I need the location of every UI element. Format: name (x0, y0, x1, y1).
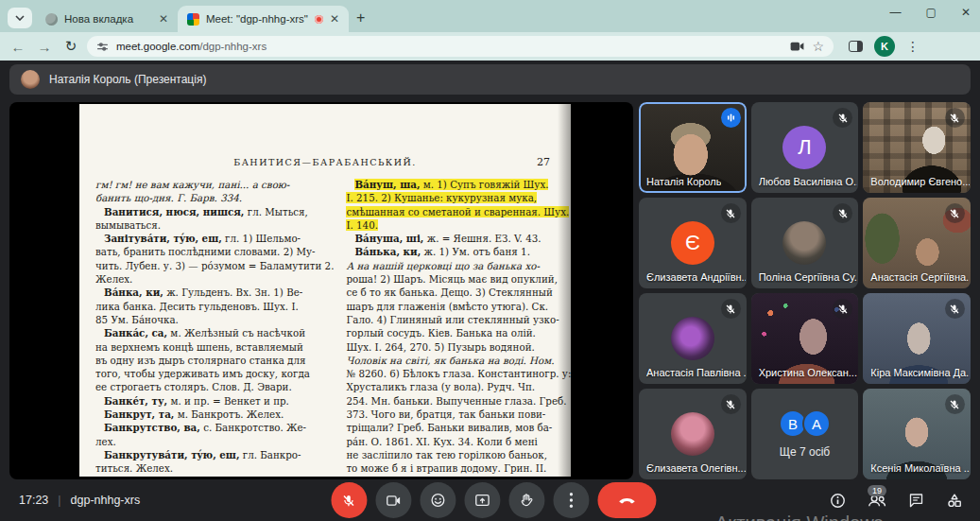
reload-button[interactable]: ↻ (60, 38, 81, 55)
mic-muted-icon (945, 108, 965, 128)
camera-button[interactable] (375, 482, 411, 518)
doc-line: Банкáс, са, м. Желѣзный съ насѣчкой (95, 326, 334, 339)
doc-col-left: гм! гм! не вам кажучи, пані... а свою-ба… (95, 178, 334, 476)
people-button[interactable]: 19 (868, 494, 886, 508)
participant-tile[interactable]: Ксенія Миколаївна ... (863, 389, 971, 479)
maximize-button[interactable]: ▢ (926, 6, 937, 19)
participant-video (639, 102, 747, 193)
doc-line: рáн. О. 1861. XI. Кух. 34. Коли б мені (346, 435, 571, 448)
site-settings-icon[interactable] (96, 41, 109, 53)
meet-side-actions: 19 (830, 493, 963, 509)
presenter-banner: Наталія Король (Презентація) (9, 64, 971, 95)
chat-button[interactable] (908, 493, 924, 508)
participant-tile[interactable]: Володимир Євгено... (863, 102, 971, 193)
end-call-button[interactable] (597, 482, 656, 518)
doc-line: 85 Ум. Бáночка. (95, 313, 334, 326)
participant-tile[interactable]: Наталія Король (639, 102, 747, 193)
participant-name: Анастасія Павлівна ... (646, 367, 746, 378)
activities-button[interactable] (946, 493, 963, 509)
doc-line: Банкрутство, ва, с. Банкротство. Же- (95, 421, 334, 434)
mic-muted-icon (721, 299, 741, 319)
browser-menu-icon[interactable]: ⋮ (906, 39, 920, 54)
doc-line: Вáнуша, ші, ж. = Яешня. ЕЗ. V. 43. (346, 232, 571, 245)
doc-line: Гало. 4) Глиняный или стеклянный узко- (346, 313, 571, 326)
participant-tile[interactable]: ЛЛюбов Василівна О... (751, 102, 859, 193)
participant-name: Наталія Король (646, 176, 721, 187)
doc-line: Вáнка, ки, ж. Гульденъ. Вх. Зн. 1) Ве- (95, 286, 334, 299)
participant-tile[interactable]: Анастасія Сергіївна... (863, 198, 971, 288)
doc-line: Банкрут, та, м. Банкротъ. Желех. (95, 408, 334, 421)
back-button[interactable]: ← (8, 39, 28, 55)
participant-name: Ксенія Миколаївна ... (870, 462, 970, 474)
doc-line: въ одну изъ дыръ столярнаго станка для (95, 354, 334, 367)
mic-off-button[interactable] (331, 482, 367, 518)
profile-avatar[interactable]: K (874, 36, 895, 57)
browser-tab-strip: Нова вкладка ✕ Meet: "dgp-nhhg-xrs" ✕ + … (0, 0, 980, 32)
doc-line: Банкéт, ту, м. и пр. = Венкет и пр. (95, 394, 334, 408)
mic-muted-icon (945, 394, 965, 414)
close-window-button[interactable]: ✕ (961, 6, 971, 19)
reactions-button[interactable] (420, 482, 456, 518)
presenter-label: Наталія Король (Презентація) (49, 73, 206, 86)
present-screen-button[interactable] (464, 482, 500, 518)
participant-tile[interactable]: ЄЄлизавета Андріївн... (639, 198, 747, 288)
doc-line: Чоловік на світі, як банька на воді. Ном… (346, 354, 571, 367)
participant-name: Володимир Євгено... (870, 176, 970, 187)
more-options-button[interactable] (553, 482, 589, 518)
doc-line: банить що-дня. Г. Барв. 334. (95, 191, 334, 204)
avatar (671, 412, 714, 456)
address-bar[interactable]: meet.google.com/dgp-nhhg-xrs ☆ (87, 36, 834, 57)
raise-hand-button[interactable] (508, 482, 544, 518)
doc-line: гм! гм! не вам кажучи, пані... а свою- (95, 178, 334, 191)
tab-close-icon[interactable]: ✕ (330, 12, 339, 26)
meeting-details-button[interactable] (830, 493, 846, 509)
doc-line: того, чтобы удерживать имъ доску, когда (95, 367, 334, 380)
doc-line: Банкрутувáти, тýю, еш, гл. Банкро- (95, 448, 334, 461)
tab-meet[interactable]: Meet: "dgp-nhhg-xrs" ✕ (178, 6, 349, 32)
doc-line: чить. Лубен. у. 3) — рóзумом = Баламутит… (95, 259, 334, 272)
tab-title: Нова вкладка (64, 13, 152, 25)
mic-muted-icon (721, 394, 741, 414)
doc-line: роша! 2) Шаръ. Місяць має вид опуклий, (346, 272, 571, 286)
doc-line: № 8260. 6) Бѣлокъ глаза. Константиногр. … (346, 367, 571, 380)
doc-line: ее строгаетъ столяръ. Слов. Д. Эвари. (95, 380, 334, 393)
tab-search-chevron-icon[interactable] (8, 8, 32, 28)
mic-muted-icon (833, 203, 852, 223)
window-controls: — ▢ ✕ (890, 6, 971, 19)
participant-tile[interactable]: Кіра Максимівна Да... (863, 293, 971, 384)
participant-tile[interactable]: Христина Олексан... (751, 293, 859, 384)
doc-line: 254. Мн. баньки. Выпученные глаза. Греб. (346, 394, 571, 408)
new-tab-button[interactable]: + (356, 9, 365, 26)
doc-line: А на нашій церковці що за банька хо- (346, 259, 571, 272)
more-participants-tile[interactable]: ВАЩе 7 осіб (751, 389, 859, 479)
recording-indicator-icon (315, 15, 323, 24)
doc-line: Ванитися, нюся, нишся, гл. Мыться, (95, 205, 334, 218)
doc-line: не засліпило так тею горілкою баньок, (346, 448, 571, 461)
side-panel-icon[interactable] (849, 41, 863, 52)
doc-line: то може б я і втрапив додому. Грин. II. (346, 461, 571, 475)
participant-name: Єлизавета Олегівн... (646, 462, 746, 474)
mic-muted-icon (721, 203, 741, 223)
tab-new-tab[interactable]: Нова вкладка ✕ (36, 6, 178, 32)
doc-line: се б то як банька. Дещо. 3) Стеклянный (346, 286, 571, 299)
avatar: Л (782, 126, 826, 169)
tab-title: Meet: "dgp-nhhg-xrs" (206, 13, 308, 25)
doc-line: Занітувáти, тýю, еш, гл. 1) Шельмо- (95, 232, 334, 245)
doc-line: I. 215. 2) Кушанье: кукурузная мука, (346, 191, 571, 204)
participant-grid: Наталія КорольЛЛюбов Василівна О...Волод… (639, 102, 971, 479)
meeting-info: 17:23 | dgp-nhhg-xrs (19, 494, 140, 507)
doc-line: тріщали? Греб. Баньки вивалив, мов ба- (346, 421, 571, 434)
participant-tile[interactable]: Єлизавета Олегівн... (639, 389, 747, 479)
tab-close-icon[interactable]: ✕ (159, 12, 168, 26)
forward-button[interactable]: → (34, 39, 55, 55)
minimize-button[interactable]: — (890, 6, 902, 19)
tab-capture-camera-icon[interactable] (790, 41, 804, 52)
avatar (671, 317, 714, 360)
participant-tile[interactable]: Поліна Сергіївна Су... (751, 198, 859, 288)
presentation-stage[interactable]: БАНИТИСЯ—БАРАБАНСЬКИЙ. 27 гм! гм! не вам… (9, 102, 633, 479)
bookmark-star-icon[interactable]: ☆ (812, 39, 824, 54)
participant-tile[interactable]: Анастасія Павлівна ... (639, 293, 747, 384)
url-text[interactable]: meet.google.com/dgp-nhhg-xrs (116, 41, 782, 52)
participant-name: Поліна Сергіївна Су... (759, 271, 858, 283)
presented-document-page: БАНИТИСЯ—БАРАБАНСЬКИЙ. 27 гм! гм! не вам… (79, 104, 571, 477)
